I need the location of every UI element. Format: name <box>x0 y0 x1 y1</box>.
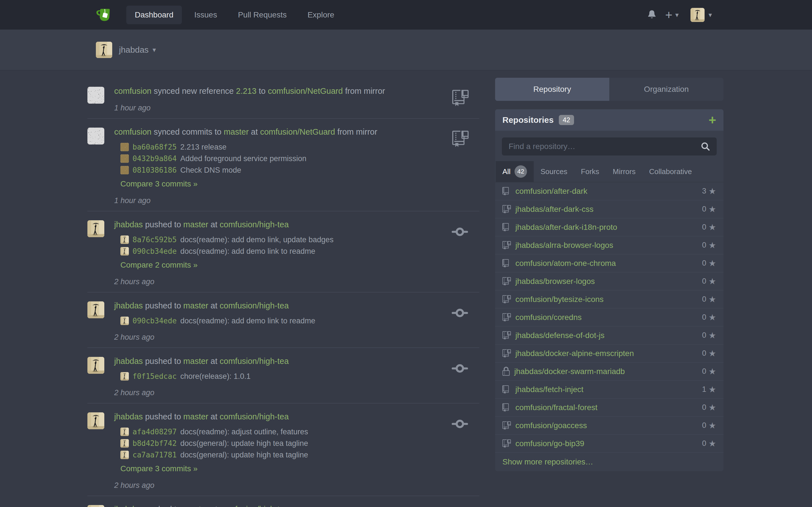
filter-all[interactable]: All 42 <box>496 161 534 182</box>
repo-list-item[interactable]: comfusion/goaccess 0 ★ <box>495 416 723 435</box>
feed-link[interactable]: master <box>223 127 249 136</box>
repo-link[interactable]: jhabdas/docker-swarm-mariadb <box>514 367 625 376</box>
commit-message: docs(general): update high tea tagline <box>181 439 308 448</box>
repo-link[interactable]: comfusion/go-bip39 <box>515 439 584 448</box>
star-count: 0 <box>702 259 706 268</box>
star-icon: ★ <box>709 385 716 394</box>
commit-hash-link[interactable]: ca7aa71781 <box>133 451 177 459</box>
feed-link[interactable]: 2.213 <box>236 87 257 96</box>
feed-link[interactable]: master <box>183 356 208 365</box>
repo-list-item[interactable]: jhabdas/alrra-browser-logos 0 ★ <box>495 236 723 255</box>
filter-forks[interactable]: Forks <box>574 163 606 180</box>
star-count: 0 <box>702 403 706 412</box>
feed-link[interactable]: jhabdas <box>114 412 143 421</box>
feed-link[interactable]: comfusion/high-tea <box>220 220 289 229</box>
repo-list-item[interactable]: jhabdas/docker-alpine-emscripten 0 ★ <box>495 344 723 362</box>
commit-hash-link[interactable]: afa4d08297 <box>133 428 177 436</box>
commit-hash-link[interactable]: f0f15edcac <box>133 372 177 381</box>
nav-item-pull-requests[interactable]: Pull Requests <box>230 6 295 24</box>
feed-link[interactable]: master <box>183 412 208 421</box>
repo-link[interactable]: jhabdas/docker-alpine-emscripten <box>515 349 634 358</box>
repo-list-item[interactable]: comfusion/after-dark 3 ★ <box>495 182 723 200</box>
commit-hash-link[interactable]: 090cb34ede <box>133 317 177 325</box>
show-more-repositories-link[interactable]: Show more repositories… <box>495 453 723 471</box>
repo-list-item[interactable]: comfusion/atom-one-chroma 0 ★ <box>495 255 723 272</box>
repo-search-input[interactable] <box>502 137 717 156</box>
repo-link[interactable]: comfusion/bytesize-icons <box>515 295 604 304</box>
feed-body: jhabdas pushed to master at comfusion/hi… <box>114 220 479 286</box>
commit-hash-link[interactable]: 0810386186 <box>133 166 177 174</box>
actor-avatar[interactable] <box>87 128 104 145</box>
tab-repository[interactable]: Repository <box>495 78 609 101</box>
commit-hash-link[interactable]: 0432b9a864 <box>133 154 177 163</box>
repo-link[interactable]: jhabdas/browser-logos <box>515 277 595 286</box>
repo-link[interactable]: comfusion/coredns <box>515 313 581 322</box>
user-menu-button[interactable]: ▾ <box>691 8 712 22</box>
commit-hash-link[interactable]: ba60a68f25 <box>133 143 177 151</box>
feed-link[interactable]: comfusion/NetGuard <box>268 87 343 96</box>
add-repository-button[interactable]: + <box>709 114 716 126</box>
feed-timestamp: 2 hours ago <box>114 333 437 341</box>
notifications-bell-icon[interactable] <box>647 10 657 20</box>
repo-list-item[interactable]: jhabdas/docker-swarm-mariadb 0 ★ <box>495 362 723 381</box>
repo-link[interactable]: comfusion/after-dark <box>515 187 587 196</box>
filter-mirrors[interactable]: Mirrors <box>606 163 642 180</box>
gitea-logo-icon[interactable] <box>96 7 112 22</box>
feed-link[interactable]: comfusion/high-tea <box>220 505 289 507</box>
feed-link[interactable]: jhabdas <box>114 301 143 310</box>
feed-link[interactable]: jhabdas <box>114 505 143 507</box>
feed-link[interactable]: master <box>183 505 208 507</box>
repo-link[interactable]: comfusion/atom-one-chroma <box>515 259 616 268</box>
repo-list-item[interactable]: jhabdas/fetch-inject 1 ★ <box>495 381 723 399</box>
feed-link[interactable]: comfusion/high-tea <box>220 412 289 421</box>
context-user-avatar[interactable] <box>96 42 112 58</box>
nav-item-explore[interactable]: Explore <box>299 6 343 24</box>
feed-link[interactable]: comfusion/NetGuard <box>260 127 335 136</box>
repo-link[interactable]: comfusion/fractal-forest <box>515 403 598 412</box>
repo-list-item[interactable]: jhabdas/browser-logos 0 ★ <box>495 272 723 290</box>
repo-link[interactable]: jhabdas/defense-of-dot-js <box>515 331 605 340</box>
compare-commits-link[interactable]: Compare 3 commits » <box>120 464 198 473</box>
nav-item-issues[interactable]: Issues <box>186 6 225 24</box>
create-new-button[interactable]: + ▾ <box>665 9 679 21</box>
repo-link[interactable]: jhabdas/after-dark-i18n-proto <box>515 223 617 232</box>
nav-item-dashboard[interactable]: Dashboard <box>126 6 182 24</box>
repo-list-item[interactable]: jhabdas/after-dark-css 0 ★ <box>495 200 723 218</box>
compare-commits-link[interactable]: Compare 2 commits » <box>120 261 198 270</box>
filter-collaborative[interactable]: Collaborative <box>642 163 699 180</box>
chevron-down-icon: ▾ <box>675 11 679 18</box>
feed-link[interactable]: master <box>183 220 208 229</box>
repo-link[interactable]: jhabdas/alrra-browser-logos <box>515 241 613 250</box>
actor-avatar[interactable] <box>87 87 104 104</box>
tab-organization[interactable]: Organization <box>609 78 723 101</box>
commit-hash-link[interactable]: 8a76c592b5 <box>133 235 177 244</box>
repo-list-item[interactable]: comfusion/go-bip39 0 ★ <box>495 435 723 453</box>
feed-body: jhabdas pushed to master at comfusion/hi… <box>114 504 479 507</box>
repo-list-item[interactable]: comfusion/fractal-forest 0 ★ <box>495 399 723 416</box>
feed-title: jhabdas pushed to master at comfusion/hi… <box>114 412 437 421</box>
repo-list-item[interactable]: comfusion/coredns 0 ★ <box>495 308 723 327</box>
feed-link[interactable]: comfusion/high-tea <box>220 301 289 310</box>
actor-avatar[interactable] <box>87 220 104 237</box>
actor-avatar[interactable] <box>87 505 104 507</box>
feed-link[interactable]: comfusion <box>114 127 151 136</box>
feed-link[interactable]: comfusion/high-tea <box>220 356 289 365</box>
context-switcher[interactable]: jhabdas ▾ <box>119 45 156 55</box>
feed-link[interactable]: jhabdas <box>114 220 143 229</box>
actor-avatar[interactable] <box>87 301 104 318</box>
commit-hash-link[interactable]: b8d42bf742 <box>133 439 177 448</box>
repo-list-item[interactable]: jhabdas/defense-of-dot-js 0 ★ <box>495 327 723 344</box>
filter-sources[interactable]: Sources <box>534 163 574 180</box>
repo-list-item[interactable]: jhabdas/after-dark-i18n-proto 0 ★ <box>495 218 723 236</box>
commit-hash-link[interactable]: 090cb34ede <box>133 247 177 256</box>
repo-list-item[interactable]: comfusion/bytesize-icons 0 ★ <box>495 290 723 308</box>
actor-avatar[interactable] <box>87 357 104 374</box>
compare-commits-link[interactable]: Compare 3 commits » <box>120 179 198 188</box>
feed-link[interactable]: comfusion <box>114 87 151 96</box>
feed-link[interactable]: master <box>183 301 208 310</box>
feed-link[interactable]: jhabdas <box>114 356 143 365</box>
repo-link[interactable]: jhabdas/after-dark-css <box>515 205 594 214</box>
actor-avatar[interactable] <box>87 412 104 429</box>
repo-link[interactable]: comfusion/goaccess <box>515 421 587 430</box>
repo-link[interactable]: jhabdas/fetch-inject <box>515 385 583 394</box>
